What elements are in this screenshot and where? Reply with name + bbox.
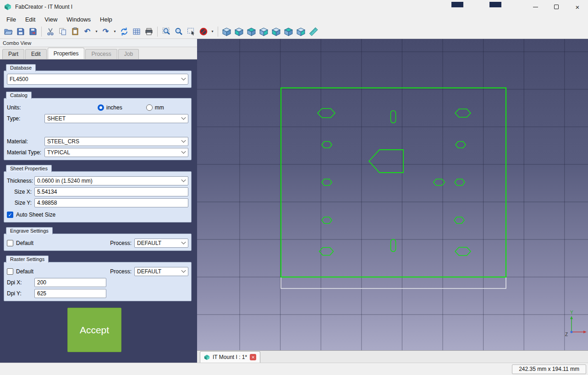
- material-label: Material:: [7, 138, 44, 145]
- view-top-button[interactable]: [245, 26, 258, 38]
- type-value: SHEET: [47, 115, 182, 122]
- close-button[interactable]: ×: [567, 0, 588, 14]
- checkbox-unchecked-icon: [7, 240, 13, 246]
- view-front-button[interactable]: [233, 26, 245, 38]
- combo-view-tabs: Part Edit Properties Process Job: [0, 47, 197, 60]
- 3d-viewport[interactable]: YXZ: [197, 39, 588, 350]
- menu-bar: File Edit View Windows Help: [0, 14, 588, 25]
- view-axonometric-button[interactable]: [220, 26, 233, 38]
- export-icon: [28, 27, 38, 36]
- menu-edit[interactable]: Edit: [21, 15, 40, 24]
- undo-button[interactable]: ↶: [81, 26, 93, 38]
- material-select[interactable]: STEEL_CRS: [44, 137, 188, 146]
- material-type-select[interactable]: TYPICAL: [44, 148, 188, 157]
- properties-panel: Database FL4500 Catalog Units: inches: [0, 60, 197, 363]
- zoom-fit-button[interactable]: [160, 26, 172, 38]
- tab-properties[interactable]: Properties: [48, 48, 85, 59]
- copy-button[interactable]: [56, 26, 69, 38]
- units-inches-radio[interactable]: inches: [98, 104, 122, 111]
- tab-process[interactable]: Process: [85, 49, 117, 59]
- checkbox-checked-icon: ✓: [7, 212, 13, 218]
- sheet-drawing: YXZ: [197, 39, 588, 350]
- open-button[interactable]: [2, 26, 14, 38]
- engrave-default-checkbox[interactable]: Default: [7, 240, 33, 246]
- status-bar: 242.35 mm x 194.11 mm: [0, 363, 588, 375]
- undo-menu-button[interactable]: ▾: [93, 26, 99, 38]
- combo-view-panel: Combo View Part Edit Properties Process …: [0, 39, 197, 363]
- menu-windows[interactable]: Windows: [62, 15, 95, 24]
- database-value: FL4500: [10, 76, 182, 82]
- raster-default-checkbox[interactable]: Default: [7, 268, 33, 275]
- minimize-button[interactable]: [525, 0, 546, 14]
- document-icon: [204, 354, 210, 360]
- document-tab[interactable]: IT Mount I : 1* ×: [200, 351, 260, 363]
- window-title: FabCreator - IT Mount I: [15, 4, 72, 10]
- thickness-select[interactable]: 0.0600 in (1.5240 mm): [34, 176, 188, 185]
- no-clip-icon: [199, 27, 208, 36]
- view-cube-icon: [222, 27, 231, 37]
- zoom-button[interactable]: [172, 26, 185, 38]
- open-folder-icon: [4, 27, 13, 36]
- view-cube-icon: [296, 27, 306, 37]
- toolbar-separator: [157, 27, 158, 37]
- dropdown-caret-icon: ▾: [211, 30, 213, 33]
- auto-sheet-size-checkbox[interactable]: ✓ Auto Sheet Size: [7, 212, 55, 218]
- redo-button[interactable]: ↷: [99, 26, 112, 38]
- redo-menu-button[interactable]: ▾: [112, 26, 118, 38]
- chevron-down-icon: [181, 115, 186, 120]
- refresh-button[interactable]: [118, 26, 130, 38]
- view-left-button[interactable]: [295, 26, 307, 38]
- size-x-input[interactable]: [34, 187, 188, 196]
- size-x-label: Size X:: [7, 189, 34, 195]
- magnifier-icon: [174, 27, 183, 36]
- group-sheet-properties-title: Sheet Properties: [6, 165, 52, 172]
- titlebar-artifact: [451, 2, 463, 7]
- accept-button[interactable]: Accept: [67, 308, 121, 352]
- tab-edit[interactable]: Edit: [25, 49, 47, 59]
- chevron-down-icon: [181, 239, 186, 244]
- dpi-y-input[interactable]: [34, 289, 106, 298]
- view-rear-button[interactable]: [270, 26, 282, 38]
- sheet-manager-button[interactable]: [130, 26, 143, 38]
- menu-help[interactable]: Help: [95, 15, 117, 24]
- raster-process-label: Process:: [110, 268, 132, 275]
- raster-process-select[interactable]: DEFAULT: [134, 267, 188, 276]
- titlebar-artifact: [489, 2, 501, 7]
- copy-icon: [58, 27, 67, 36]
- tab-job[interactable]: Job: [118, 49, 139, 59]
- engrave-process-select[interactable]: DEFAULT: [134, 239, 188, 248]
- toolbar-separator: [41, 27, 42, 37]
- svg-text:Z: Z: [565, 332, 568, 337]
- view-cube-icon: [247, 27, 256, 37]
- units-mm-radio[interactable]: mm: [146, 104, 164, 111]
- document-tab-strip: IT Mount I : 1* ×: [197, 350, 588, 363]
- menu-file[interactable]: File: [2, 15, 21, 24]
- auto-sheet-size-label: Auto Sheet Size: [16, 212, 55, 218]
- export-button[interactable]: [27, 26, 39, 38]
- dpi-y-label: Dpi Y:: [7, 290, 34, 297]
- paste-button[interactable]: [69, 26, 81, 38]
- maximize-button[interactable]: [546, 0, 567, 14]
- radio-unselected-icon: [146, 104, 153, 111]
- menu-view[interactable]: View: [40, 15, 62, 24]
- cut-button[interactable]: [44, 26, 56, 38]
- chevron-down-icon: [181, 149, 186, 153]
- type-select[interactable]: SHEET: [44, 114, 188, 123]
- clipping-menu-button[interactable]: ▾: [209, 26, 215, 38]
- measure-button[interactable]: [307, 26, 319, 38]
- measure-ruler-icon: [309, 27, 318, 36]
- box-selection-button[interactable]: [185, 26, 197, 38]
- view-right-button[interactable]: [258, 26, 270, 38]
- save-button[interactable]: [14, 26, 27, 38]
- zoom-fit-icon: [162, 27, 171, 36]
- print-button[interactable]: [143, 26, 155, 38]
- size-y-input[interactable]: [34, 198, 188, 207]
- document-close-button[interactable]: ×: [250, 354, 256, 360]
- tab-part[interactable]: Part: [2, 49, 24, 59]
- database-select[interactable]: FL4500: [7, 74, 188, 85]
- view-bottom-button[interactable]: [282, 26, 295, 38]
- dpi-x-input[interactable]: [34, 278, 106, 287]
- close-icon: ×: [252, 355, 254, 360]
- clipping-button[interactable]: [197, 26, 209, 38]
- checkbox-unchecked-icon: [7, 268, 13, 275]
